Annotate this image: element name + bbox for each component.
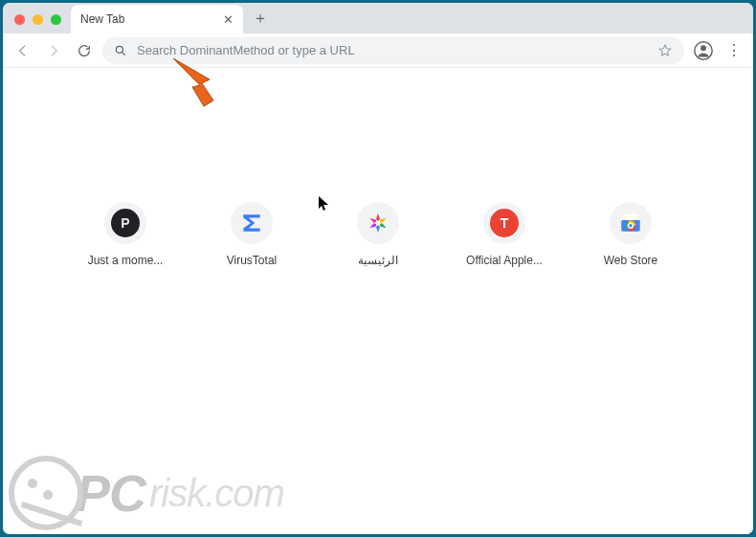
watermark-rest: risk.com — [149, 472, 284, 515]
shortcut-tile[interactable]: P Just a mome... — [83, 202, 167, 267]
shortcut-tile[interactable]: الرئيسية — [336, 202, 420, 267]
bookmark-star-icon[interactable] — [657, 43, 673, 58]
maximize-window-button[interactable] — [51, 14, 61, 25]
new-tab-content: P Just a mome... VirusTotal — [3, 68, 753, 534]
shortcut-icon: P — [104, 202, 146, 244]
shortcut-icon: T — [483, 202, 525, 244]
close-tab-icon[interactable]: ✕ — [223, 13, 233, 26]
profile-avatar-icon[interactable] — [690, 37, 717, 64]
toolbar: Search DominantMethod or type a URL ⋮ — [3, 34, 753, 68]
tab-new-tab[interactable]: New Tab ✕ — [71, 5, 243, 34]
svg-point-3 — [700, 45, 706, 51]
shortcut-label: Official Apple... — [466, 254, 543, 267]
tab-strip: New Tab ✕ ＋ — [3, 3, 753, 34]
forward-button[interactable] — [41, 38, 66, 63]
shortcut-icon — [610, 202, 652, 244]
shortcut-label: Just a mome... — [88, 254, 164, 267]
tab-title: New Tab — [80, 12, 124, 26]
back-button[interactable] — [11, 38, 35, 63]
shortcut-icon — [231, 202, 273, 244]
watermark-pc: PC — [76, 463, 145, 523]
webstore-icon — [618, 211, 643, 235]
color-burst-icon — [367, 212, 389, 235]
shortcut-label: VirusTotal — [227, 254, 277, 267]
close-window-button[interactable] — [14, 14, 25, 25]
watermark-logo-icon — [9, 456, 83, 530]
shortcut-label: الرئيسية — [358, 254, 398, 267]
sigma-icon — [239, 211, 264, 235]
shortcut-icon — [357, 202, 399, 244]
reload-button[interactable] — [72, 38, 97, 63]
window-controls — [14, 14, 61, 25]
shortcut-label: Web Store — [604, 254, 657, 267]
svg-point-0 — [116, 46, 122, 53]
shortcut-grid: P Just a mome... VirusTotal — [3, 202, 753, 267]
watermark: PCrisk.com — [9, 456, 284, 530]
address-bar-placeholder: Search DominantMethod or type a URL — [137, 43, 355, 57]
address-bar[interactable]: Search DominantMethod or type a URL — [102, 37, 684, 64]
site-letter-icon: P — [111, 209, 140, 237]
search-icon — [114, 44, 127, 57]
svg-line-1 — [122, 52, 125, 55]
browser-window: New Tab ✕ ＋ Search DominantMethod or typ… — [3, 3, 753, 534]
shortcut-tile[interactable]: VirusTotal — [210, 202, 294, 267]
shortcut-tile[interactable]: Web Store — [589, 202, 673, 267]
new-tab-button[interactable]: ＋ — [247, 5, 274, 32]
shortcut-tile[interactable]: T Official Apple... — [462, 202, 546, 267]
browser-menu-button[interactable]: ⋮ — [723, 41, 745, 59]
svg-point-10 — [629, 224, 632, 227]
minimize-window-button[interactable] — [33, 14, 43, 25]
site-letter-icon: T — [490, 209, 519, 237]
